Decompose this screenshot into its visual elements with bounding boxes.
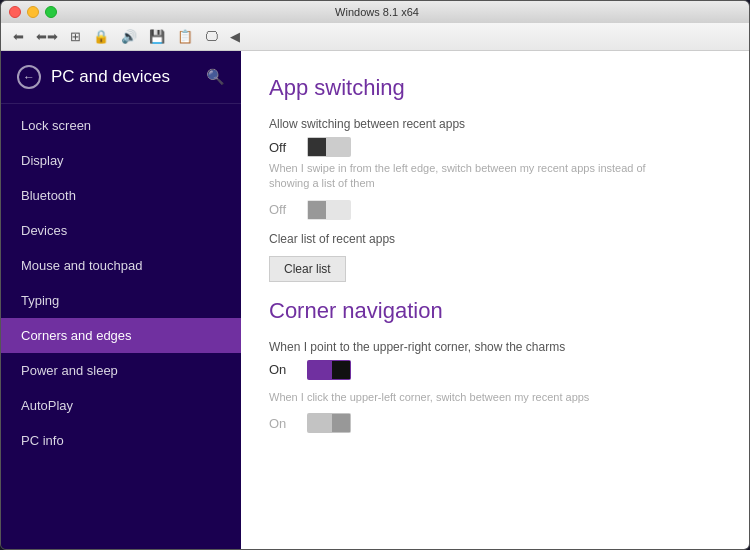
sidebar-item-lock-screen[interactable]: Lock screen: [1, 108, 241, 143]
allow-switching-value: Off: [269, 140, 297, 155]
corner-navigation-title: Corner navigation: [269, 298, 721, 324]
sidebar-nav: Lock screen Display Bluetooth Devices Mo…: [1, 104, 241, 549]
content-panel: App switching Allow switching between re…: [241, 51, 749, 549]
sidebar-item-pc-info[interactable]: PC info: [1, 423, 241, 458]
traffic-lights: [9, 6, 57, 18]
sidebar: ← PC and devices 🔍 Lock screen Display B…: [1, 51, 241, 549]
charms-label: When I point to the upper-right corner, …: [269, 340, 721, 354]
toolbar-arrow[interactable]: ◀: [226, 27, 244, 46]
swipe-value: Off: [269, 202, 297, 217]
close-button[interactable]: [9, 6, 21, 18]
swipe-description: When I swipe in from the left edge, swit…: [269, 161, 649, 192]
charms-value: On: [269, 362, 297, 377]
upper-left-label: When I click the upper-left corner, swit…: [269, 390, 649, 405]
sidebar-item-bluetooth[interactable]: Bluetooth: [1, 178, 241, 213]
search-icon[interactable]: 🔍: [206, 68, 225, 86]
clear-list-label: Clear list of recent apps: [269, 232, 721, 246]
toggle-thumb: [308, 138, 326, 156]
allow-switching-toggle[interactable]: [307, 137, 351, 157]
main-area: ← PC and devices 🔍 Lock screen Display B…: [1, 51, 749, 549]
sidebar-header: ← PC and devices 🔍: [1, 51, 241, 104]
sidebar-item-display[interactable]: Display: [1, 143, 241, 178]
upper-left-value: On: [269, 416, 297, 431]
swipe-toggle[interactable]: [307, 200, 351, 220]
sidebar-item-mouse-touchpad[interactable]: Mouse and touchpad: [1, 248, 241, 283]
toolbar-clipboard[interactable]: 📋: [173, 27, 197, 46]
toggle-thumb-charms: [332, 361, 350, 379]
sidebar-title: PC and devices: [51, 67, 196, 87]
sidebar-item-power-sleep[interactable]: Power and sleep: [1, 353, 241, 388]
charms-toggle[interactable]: [307, 360, 351, 380]
toggle-thumb-swipe: [308, 201, 326, 219]
allow-switching-label: Allow switching between recent apps: [269, 117, 721, 131]
title-bar: Windows 8.1 x64: [1, 1, 749, 23]
upper-left-row: On: [269, 413, 721, 433]
window: Windows 8.1 x64 ⬅ ⬅➡ ⊞ 🔒 🔊 💾 📋 🖵 ◀ ← PC …: [0, 0, 750, 550]
charms-row: On: [269, 360, 721, 380]
sidebar-item-devices[interactable]: Devices: [1, 213, 241, 248]
sidebar-item-corners-edges[interactable]: Corners and edges: [1, 318, 241, 353]
back-circle-button[interactable]: ←: [17, 65, 41, 89]
window-title: Windows 8.1 x64: [57, 6, 697, 18]
sidebar-item-typing[interactable]: Typing: [1, 283, 241, 318]
app-switching-title: App switching: [269, 75, 721, 101]
upper-left-toggle[interactable]: [307, 413, 351, 433]
minimize-button[interactable]: [27, 6, 39, 18]
toolbar-screen[interactable]: 🖵: [201, 27, 222, 46]
swipe-row: Off: [269, 200, 721, 220]
maximize-button[interactable]: [45, 6, 57, 18]
allow-switching-row: Off: [269, 137, 721, 157]
toolbar: ⬅ ⬅➡ ⊞ 🔒 🔊 💾 📋 🖵 ◀: [1, 23, 749, 51]
sidebar-item-autoplay[interactable]: AutoPlay: [1, 388, 241, 423]
toolbar-back[interactable]: ⬅: [9, 27, 28, 46]
toolbar-icon3[interactable]: ⊞: [66, 27, 85, 46]
toolbar-lock[interactable]: 🔒: [89, 27, 113, 46]
toolbar-save[interactable]: 💾: [145, 27, 169, 46]
toolbar-sound[interactable]: 🔊: [117, 27, 141, 46]
toolbar-forward-back[interactable]: ⬅➡: [32, 27, 62, 46]
clear-list-button[interactable]: Clear list: [269, 256, 346, 282]
toggle-thumb-upper-left: [332, 414, 350, 432]
